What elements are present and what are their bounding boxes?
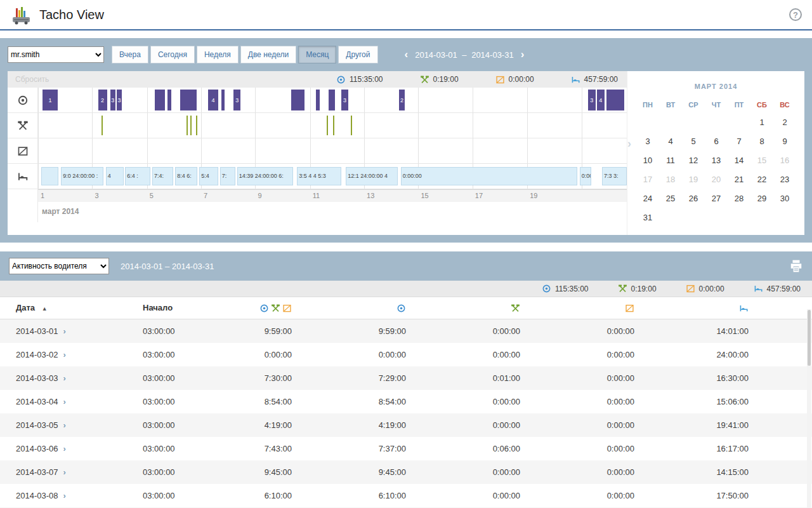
rest-band[interactable]: 6:4 : [125,167,150,185]
table-row[interactable]: 2014-03-04›03:00:008:54:008:54:000:00:00… [0,390,812,413]
calendar-day[interactable]: 1 [750,113,773,132]
calendar-day[interactable]: 24 [636,189,659,208]
calendar-day[interactable]: 6 [705,132,728,151]
table-row[interactable]: 2014-03-02›03:00:000:00:000:00:000:00:00… [0,343,812,366]
calendar-day[interactable]: 15 [750,151,773,170]
rest-band[interactable]: 14:39 24:00:00 6: [237,167,293,185]
driving-bar[interactable] [329,90,334,110]
driving-bar[interactable] [221,90,225,110]
next-period-icon[interactable]: › [521,48,525,61]
driving-bar[interactable]: 3 [233,90,240,110]
calendar-day[interactable]: 7 [728,132,750,151]
table-row[interactable]: 2014-03-07›03:00:009:45:009:45:000:00:00… [0,460,812,484]
column-header-total[interactable] [241,297,355,319]
calendar-day[interactable]: 20 [705,170,728,189]
driving-bar[interactable] [606,90,624,110]
calendar-day[interactable]: 25 [659,189,682,208]
row-expand-icon[interactable]: › [63,373,66,383]
driving-bar[interactable] [167,90,171,110]
driving-bar[interactable]: 3 [341,90,348,110]
calendar-day[interactable]: 14 [728,151,750,170]
calendar-day[interactable]: 23 [773,170,796,189]
range-button[interactable]: Другой [338,46,377,64]
driving-bar[interactable]: 3 [110,90,115,110]
work-mark[interactable] [196,116,197,135]
rest-band[interactable]: 7:4: [152,167,173,185]
range-button[interactable]: Две недели [240,46,296,64]
calendar-day[interactable]: 30 [773,189,796,208]
table-row[interactable]: 2014-03-03›03:00:007:30:007:29:000:01:00… [0,366,812,390]
table-row[interactable]: 2014-03-06›03:00:007:43:007:37:000:06:00… [0,437,812,460]
driving-bar[interactable]: 1 [43,90,57,110]
calendar-day[interactable]: 26 [682,189,705,208]
rest-band[interactable]: 3:5 4 4 5:3 [297,167,341,185]
calendar-day[interactable]: 3 [636,132,659,151]
driving-bar[interactable]: 2 [399,90,405,110]
table-scrollbar[interactable] [807,309,811,508]
row-expand-icon[interactable]: › [63,350,66,359]
driving-bar[interactable] [291,90,304,110]
table-row[interactable]: 2014-03-05›03:00:004:19:004:19:000:00:00… [0,413,812,437]
column-header-rest[interactable] [698,297,812,319]
calendar-day[interactable]: 5 [682,132,705,151]
rest-band[interactable]: 7: [220,167,235,185]
calendar-day[interactable]: 16 [773,151,796,170]
row-expand-icon[interactable]: › [63,444,66,453]
calendar-day[interactable]: 12 [682,151,705,170]
rest-band[interactable] [41,167,59,185]
help-icon[interactable]: ? [789,8,802,21]
table-row[interactable]: 2014-03-08›03:00:006:10:006:10:000:00:00… [0,484,812,507]
work-mark[interactable] [187,116,188,135]
calendar-day[interactable]: 17 [636,170,659,189]
driving-bar[interactable]: 4 [597,90,605,110]
report-type-select[interactable]: Активность водителя [9,258,109,274]
calendar-day[interactable]: 19 [682,170,705,189]
row-expand-icon[interactable]: › [63,326,66,336]
calendar-day[interactable]: 22 [750,170,773,189]
column-header-driving[interactable] [355,297,469,319]
row-expand-icon[interactable]: › [63,467,66,477]
work-mark[interactable] [190,116,192,135]
calendar-day[interactable]: 28 [728,189,750,208]
calendar-day[interactable]: 31 [636,208,659,227]
calendar-day[interactable]: 13 [705,151,728,170]
calendar-expand-icon[interactable]: › [627,137,631,150]
column-header-availability[interactable] [584,297,698,319]
table-row[interactable]: 2014-03-01›03:00:009:59:009:59:000:00:00… [0,319,812,343]
calendar-day[interactable]: 10 [636,151,659,170]
range-button[interactable]: Месяц [298,46,336,64]
rest-band[interactable]: 5:4 [199,167,218,185]
calendar-day[interactable]: 18 [659,170,682,189]
driving-bar[interactable] [180,90,197,110]
column-header-start[interactable]: Начало [127,297,241,319]
rest-band[interactable]: 9:0 24:00:00 : [61,167,103,185]
calendar-day[interactable]: 11 [659,151,682,170]
rest-band[interactable]: 0:00 [580,167,592,185]
range-button[interactable]: Неделя [197,46,239,64]
scrollbar-thumb[interactable] [808,310,811,366]
column-header-work[interactable] [469,297,584,319]
work-mark[interactable] [102,116,103,135]
work-mark[interactable] [333,116,334,135]
driver-select[interactable]: mr.smith [8,46,104,63]
calendar-day[interactable]: 27 [705,189,728,208]
driving-bar[interactable] [316,90,320,110]
range-button[interactable]: Вчера [112,46,148,64]
prev-period-icon[interactable]: ‹ [405,48,409,61]
calendar-day[interactable]: 8 [750,132,773,151]
driving-bar[interactable]: 2 [98,90,107,110]
rest-band[interactable]: 4 [106,167,124,185]
timeline-plot[interactable]: 1233433234 9:0 24:00:00 :46:4 :7:4:8:4 6… [38,88,627,189]
rest-band[interactable]: 0:00:00 [401,167,577,185]
reset-button[interactable]: Сбросить [8,75,56,84]
row-expand-icon[interactable]: › [63,491,66,500]
rest-band[interactable]: 8:4 6: [175,167,197,185]
rest-band[interactable]: 7:3 3: [602,167,627,185]
rest-band[interactable]: 12:1 24:00:00 4 [346,167,398,185]
calendar-day[interactable]: 9 [773,132,796,151]
calendar-day[interactable]: 29 [750,189,773,208]
driving-bar[interactable]: 3 [588,90,596,110]
work-mark[interactable] [351,116,352,135]
calendar-day[interactable]: 21 [728,170,750,189]
calendar-day[interactable]: 2 [773,113,796,132]
